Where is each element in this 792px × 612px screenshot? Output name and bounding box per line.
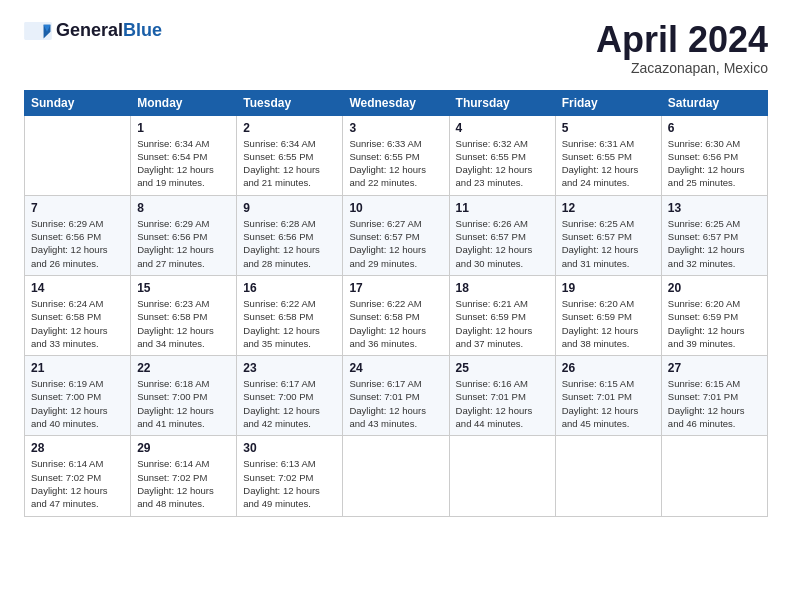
day-number: 9	[243, 201, 336, 215]
day-number: 2	[243, 121, 336, 135]
calendar-day-cell: 18Sunrise: 6:21 AM Sunset: 6:59 PM Dayli…	[449, 275, 555, 355]
weekday-header: Monday	[131, 90, 237, 115]
weekday-header: Sunday	[25, 90, 131, 115]
day-number: 8	[137, 201, 230, 215]
calendar-day-cell: 19Sunrise: 6:20 AM Sunset: 6:59 PM Dayli…	[555, 275, 661, 355]
day-number: 12	[562, 201, 655, 215]
calendar-day-cell: 22Sunrise: 6:18 AM Sunset: 7:00 PM Dayli…	[131, 356, 237, 436]
day-info: Sunrise: 6:18 AM Sunset: 7:00 PM Dayligh…	[137, 377, 230, 430]
day-info: Sunrise: 6:19 AM Sunset: 7:00 PM Dayligh…	[31, 377, 124, 430]
day-number: 24	[349, 361, 442, 375]
day-info: Sunrise: 6:21 AM Sunset: 6:59 PM Dayligh…	[456, 297, 549, 350]
calendar-day-cell: 30Sunrise: 6:13 AM Sunset: 7:02 PM Dayli…	[237, 436, 343, 516]
day-number: 30	[243, 441, 336, 455]
logo-text: GeneralBlue	[56, 20, 162, 40]
calendar-day-cell: 27Sunrise: 6:15 AM Sunset: 7:01 PM Dayli…	[661, 356, 767, 436]
day-number: 27	[668, 361, 761, 375]
day-number: 3	[349, 121, 442, 135]
calendar-day-cell: 17Sunrise: 6:22 AM Sunset: 6:58 PM Dayli…	[343, 275, 449, 355]
calendar-day-cell: 26Sunrise: 6:15 AM Sunset: 7:01 PM Dayli…	[555, 356, 661, 436]
day-info: Sunrise: 6:28 AM Sunset: 6:56 PM Dayligh…	[243, 217, 336, 270]
day-info: Sunrise: 6:14 AM Sunset: 7:02 PM Dayligh…	[137, 457, 230, 510]
calendar-day-cell	[343, 436, 449, 516]
page-header: GeneralBlue April 2024 Zacazonapan, Mexi…	[24, 20, 768, 76]
day-number: 23	[243, 361, 336, 375]
day-info: Sunrise: 6:20 AM Sunset: 6:59 PM Dayligh…	[668, 297, 761, 350]
calendar-day-cell: 14Sunrise: 6:24 AM Sunset: 6:58 PM Dayli…	[25, 275, 131, 355]
calendar-day-cell: 4Sunrise: 6:32 AM Sunset: 6:55 PM Daylig…	[449, 115, 555, 195]
day-number: 7	[31, 201, 124, 215]
day-number: 17	[349, 281, 442, 295]
day-info: Sunrise: 6:20 AM Sunset: 6:59 PM Dayligh…	[562, 297, 655, 350]
calendar-day-cell	[555, 436, 661, 516]
calendar-day-cell: 29Sunrise: 6:14 AM Sunset: 7:02 PM Dayli…	[131, 436, 237, 516]
day-number: 4	[456, 121, 549, 135]
day-number: 28	[31, 441, 124, 455]
day-number: 25	[456, 361, 549, 375]
calendar-day-cell: 15Sunrise: 6:23 AM Sunset: 6:58 PM Dayli…	[131, 275, 237, 355]
day-info: Sunrise: 6:26 AM Sunset: 6:57 PM Dayligh…	[456, 217, 549, 270]
day-number: 11	[456, 201, 549, 215]
day-number: 29	[137, 441, 230, 455]
calendar-day-cell: 16Sunrise: 6:22 AM Sunset: 6:58 PM Dayli…	[237, 275, 343, 355]
calendar-table: SundayMondayTuesdayWednesdayThursdayFrid…	[24, 90, 768, 517]
day-number: 10	[349, 201, 442, 215]
day-number: 26	[562, 361, 655, 375]
day-info: Sunrise: 6:22 AM Sunset: 6:58 PM Dayligh…	[349, 297, 442, 350]
calendar-day-cell: 13Sunrise: 6:25 AM Sunset: 6:57 PM Dayli…	[661, 195, 767, 275]
calendar-day-cell: 24Sunrise: 6:17 AM Sunset: 7:01 PM Dayli…	[343, 356, 449, 436]
day-info: Sunrise: 6:29 AM Sunset: 6:56 PM Dayligh…	[31, 217, 124, 270]
calendar-day-cell	[25, 115, 131, 195]
calendar-day-cell	[661, 436, 767, 516]
day-info: Sunrise: 6:15 AM Sunset: 7:01 PM Dayligh…	[668, 377, 761, 430]
weekday-header: Friday	[555, 90, 661, 115]
day-number: 19	[562, 281, 655, 295]
day-info: Sunrise: 6:33 AM Sunset: 6:55 PM Dayligh…	[349, 137, 442, 190]
weekday-header-row: SundayMondayTuesdayWednesdayThursdayFrid…	[25, 90, 768, 115]
day-number: 22	[137, 361, 230, 375]
day-info: Sunrise: 6:22 AM Sunset: 6:58 PM Dayligh…	[243, 297, 336, 350]
day-number: 15	[137, 281, 230, 295]
day-number: 21	[31, 361, 124, 375]
calendar-day-cell: 7Sunrise: 6:29 AM Sunset: 6:56 PM Daylig…	[25, 195, 131, 275]
day-info: Sunrise: 6:34 AM Sunset: 6:55 PM Dayligh…	[243, 137, 336, 190]
calendar-day-cell: 2Sunrise: 6:34 AM Sunset: 6:55 PM Daylig…	[237, 115, 343, 195]
calendar-day-cell: 28Sunrise: 6:14 AM Sunset: 7:02 PM Dayli…	[25, 436, 131, 516]
calendar-day-cell: 25Sunrise: 6:16 AM Sunset: 7:01 PM Dayli…	[449, 356, 555, 436]
calendar-day-cell: 3Sunrise: 6:33 AM Sunset: 6:55 PM Daylig…	[343, 115, 449, 195]
month-title: April 2024	[596, 20, 768, 60]
day-number: 18	[456, 281, 549, 295]
calendar-day-cell: 20Sunrise: 6:20 AM Sunset: 6:59 PM Dayli…	[661, 275, 767, 355]
day-info: Sunrise: 6:32 AM Sunset: 6:55 PM Dayligh…	[456, 137, 549, 190]
calendar-day-cell: 10Sunrise: 6:27 AM Sunset: 6:57 PM Dayli…	[343, 195, 449, 275]
calendar-week-row: 14Sunrise: 6:24 AM Sunset: 6:58 PM Dayli…	[25, 275, 768, 355]
calendar-day-cell: 1Sunrise: 6:34 AM Sunset: 6:54 PM Daylig…	[131, 115, 237, 195]
day-info: Sunrise: 6:23 AM Sunset: 6:58 PM Dayligh…	[137, 297, 230, 350]
day-info: Sunrise: 6:31 AM Sunset: 6:55 PM Dayligh…	[562, 137, 655, 190]
day-info: Sunrise: 6:34 AM Sunset: 6:54 PM Dayligh…	[137, 137, 230, 190]
calendar-day-cell	[449, 436, 555, 516]
weekday-header: Wednesday	[343, 90, 449, 115]
day-number: 20	[668, 281, 761, 295]
title-area: April 2024 Zacazonapan, Mexico	[596, 20, 768, 76]
day-number: 16	[243, 281, 336, 295]
location-subtitle: Zacazonapan, Mexico	[596, 60, 768, 76]
day-number: 5	[562, 121, 655, 135]
day-info: Sunrise: 6:24 AM Sunset: 6:58 PM Dayligh…	[31, 297, 124, 350]
calendar-day-cell: 5Sunrise: 6:31 AM Sunset: 6:55 PM Daylig…	[555, 115, 661, 195]
day-info: Sunrise: 6:14 AM Sunset: 7:02 PM Dayligh…	[31, 457, 124, 510]
weekday-header: Thursday	[449, 90, 555, 115]
calendar-week-row: 1Sunrise: 6:34 AM Sunset: 6:54 PM Daylig…	[25, 115, 768, 195]
day-info: Sunrise: 6:16 AM Sunset: 7:01 PM Dayligh…	[456, 377, 549, 430]
day-info: Sunrise: 6:17 AM Sunset: 7:00 PM Dayligh…	[243, 377, 336, 430]
calendar-day-cell: 23Sunrise: 6:17 AM Sunset: 7:00 PM Dayli…	[237, 356, 343, 436]
calendar-week-row: 21Sunrise: 6:19 AM Sunset: 7:00 PM Dayli…	[25, 356, 768, 436]
calendar-week-row: 28Sunrise: 6:14 AM Sunset: 7:02 PM Dayli…	[25, 436, 768, 516]
day-info: Sunrise: 6:27 AM Sunset: 6:57 PM Dayligh…	[349, 217, 442, 270]
day-number: 1	[137, 121, 230, 135]
day-info: Sunrise: 6:25 AM Sunset: 6:57 PM Dayligh…	[562, 217, 655, 270]
weekday-header: Saturday	[661, 90, 767, 115]
day-info: Sunrise: 6:15 AM Sunset: 7:01 PM Dayligh…	[562, 377, 655, 430]
weekday-header: Tuesday	[237, 90, 343, 115]
calendar-week-row: 7Sunrise: 6:29 AM Sunset: 6:56 PM Daylig…	[25, 195, 768, 275]
